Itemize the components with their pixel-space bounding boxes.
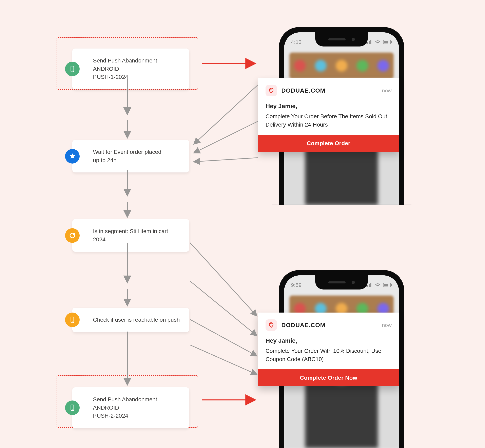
svg-line-35 <box>190 345 257 374</box>
phone-icon <box>65 400 80 415</box>
refresh-icon <box>65 228 80 243</box>
status-time: 9:59 <box>291 282 302 288</box>
flow-node-wait-event[interactable]: Wait for Event order placedup to 24h <box>72 140 189 172</box>
svg-line-33 <box>190 281 257 336</box>
flow-node-label: Is in segment: Still item in cart 2024 <box>93 228 168 243</box>
svg-line-31 <box>194 158 258 162</box>
svg-line-30 <box>194 121 258 153</box>
phone-icon <box>65 312 80 327</box>
push-greeting: Hey Jamie, <box>266 337 392 344</box>
svg-rect-16 <box>370 283 371 287</box>
wifi-icon <box>374 283 381 287</box>
flow-node-label: Check if user is reachable on push <box>93 317 180 323</box>
push-message: Complete Your Order With 10% Discount, U… <box>266 347 392 363</box>
svg-rect-14 <box>367 285 368 287</box>
diagram-canvas: Send Push Abandonment ANDROIDPUSH-1-2024… <box>0 0 485 448</box>
app-logo-icon <box>266 320 277 331</box>
svg-line-29 <box>194 85 258 144</box>
push-time: now <box>382 88 392 94</box>
battery-icon <box>383 283 392 287</box>
svg-rect-18 <box>391 284 392 286</box>
push-greeting: Hey Jamie, <box>266 103 392 110</box>
push-message: Complete Your Order Before The Items Sol… <box>266 112 392 129</box>
flow-node-label: Send Push Abandonment ANDROIDPUSH-2-2024 <box>93 396 182 420</box>
svg-rect-19 <box>384 284 388 287</box>
svg-rect-15 <box>369 284 370 287</box>
app-name: DODUAE.COM <box>281 322 325 328</box>
svg-line-32 <box>190 243 257 316</box>
svg-rect-12 <box>384 41 388 43</box>
svg-rect-7 <box>367 42 368 44</box>
svg-rect-8 <box>369 41 370 44</box>
wifi-icon <box>374 40 381 44</box>
flow-node-check-reachable[interactable]: Check if user is reachable on push <box>72 308 189 332</box>
blurred-banner <box>289 53 394 79</box>
phone-icon <box>65 62 80 76</box>
flow-node-in-segment[interactable]: Is in segment: Still item in cart 2024 <box>72 219 189 252</box>
flow-node-label: Send Push Abandonment ANDROIDPUSH-1-2024 <box>93 57 182 81</box>
phone-baseline-1 <box>272 205 412 205</box>
push-cta-button[interactable]: Complete Order Now <box>258 369 399 386</box>
push-time: now <box>382 322 392 328</box>
flow-node-send-push-1[interactable]: Send Push Abandonment ANDROIDPUSH-1-2024 <box>72 48 189 89</box>
star-icon <box>65 149 80 164</box>
svg-rect-9 <box>370 40 371 44</box>
svg-line-34 <box>190 320 257 356</box>
app-logo-icon <box>266 85 277 96</box>
push-notification-2[interactable]: DODUAE.COM now Hey Jamie, Complete Your … <box>258 312 399 386</box>
app-name: DODUAE.COM <box>281 87 325 94</box>
push-cta-button[interactable]: Complete Order <box>258 135 399 152</box>
push-notification-1[interactable]: DODUAE.COM now Hey Jamie, Complete Your … <box>258 78 399 152</box>
flow-node-label: Wait for Event order placedup to 24h <box>93 149 182 164</box>
status-time: 4:13 <box>291 39 302 45</box>
svg-rect-11 <box>391 41 392 43</box>
battery-icon <box>383 40 392 44</box>
flow-node-send-push-2[interactable]: Send Push Abandonment ANDROIDPUSH-2-2024 <box>72 387 189 428</box>
